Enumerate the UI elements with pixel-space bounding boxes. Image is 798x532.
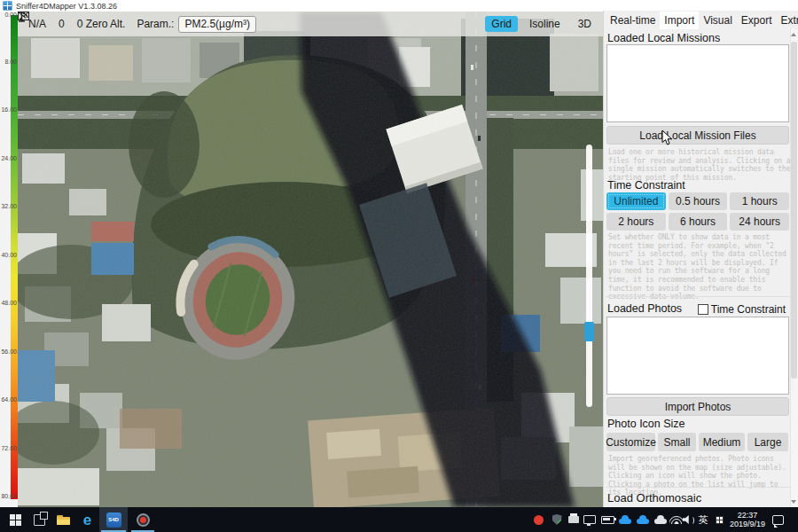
- panel-scrollbar[interactable]: [790, 29, 798, 507]
- time-option-1h[interactable]: 1 hours: [730, 192, 789, 210]
- window-title: Sniffer4DMapper V1.3.08.26: [16, 2, 117, 11]
- edge-button[interactable]: e: [75, 507, 99, 532]
- cloud-sync-icon: [619, 515, 632, 524]
- map-zoom-slider-handle[interactable]: [584, 322, 594, 341]
- taskbar-clock[interactable]: 22:37 2019/9/19: [728, 507, 767, 532]
- record-dot-icon: [534, 515, 544, 525]
- colorbar: 0.00 8.00 16.00 24.00 32.00 40.00 48.00 …: [0, 12, 18, 507]
- time-option-05h[interactable]: 0.5 hours: [669, 192, 728, 210]
- colorbar-tick: 48.00: [0, 300, 17, 307]
- colorbar-tick: 0.00: [0, 12, 17, 19]
- tab-import[interactable]: Import: [660, 12, 699, 29]
- tray-display[interactable]: [581, 507, 598, 532]
- security-shield-icon: ✓: [552, 514, 562, 525]
- tray-cloud-1[interactable]: [616, 507, 635, 532]
- photo-icon-size-heading: Photo Icon Size: [607, 418, 685, 430]
- screen-recorder-button[interactable]: [129, 507, 156, 532]
- loaded-missions-list[interactable]: [606, 44, 789, 122]
- time-option-24h[interactable]: 24 hours: [730, 213, 789, 231]
- ime-icon: [714, 514, 725, 526]
- side-panel: Real-time Import Visual Export Extras Lo…: [603, 11, 798, 507]
- action-center-icon: [772, 515, 784, 525]
- time-constraint-heading: Time Constraint: [607, 179, 685, 192]
- size-small-button[interactable]: Small: [658, 433, 696, 451]
- time-constraint-checkbox-label: Time Constraint: [711, 303, 786, 316]
- load-mission-files-button[interactable]: Load Local Mission Files: [606, 126, 789, 145]
- file-explorer-button[interactable]: [51, 507, 75, 532]
- colorbar-tick: 24.00: [0, 155, 17, 162]
- message-count: 0: [59, 18, 65, 30]
- datalink-status: N/A: [28, 18, 46, 30]
- tray-battery[interactable]: [598, 507, 617, 532]
- time-constraint-options: Unlimited 0.5 hours 1 hours 2 hours 6 ho…: [606, 192, 789, 231]
- sniffer4d-taskbar-button[interactable]: S4D: [99, 507, 128, 532]
- time-constraint-checkbox[interactable]: [698, 304, 708, 315]
- tab-export[interactable]: Export: [737, 12, 777, 29]
- start-button[interactable]: [4, 507, 27, 532]
- colorbar-tick: 64.00: [0, 396, 17, 403]
- tab-visual[interactable]: Visual: [699, 12, 736, 29]
- panel-tabs: Real-time Import Visual Export Extras: [604, 11, 798, 29]
- windows-logo-icon: [10, 514, 21, 526]
- screen-recorder-icon: [137, 513, 150, 527]
- colorbar-tick: 40.00: [0, 252, 17, 259]
- size-large-button[interactable]: Large: [747, 433, 788, 451]
- colorbar-tick: 56.00: [0, 348, 17, 356]
- missions-help-text: Load one or more historical mission data…: [608, 148, 791, 182]
- colorbar-tick: 8.00: [0, 59, 17, 66]
- display-icon: [583, 515, 596, 524]
- battery-icon: [601, 516, 614, 524]
- loaded-photos-heading: Loaded Photos: [607, 302, 682, 315]
- view-3d-button[interactable]: 3D: [572, 16, 598, 32]
- taskbar: e S4D ✓ 英 22:37 2019/9/1: [0, 507, 798, 532]
- colorbar-tick: 16.00: [0, 106, 17, 113]
- param-label: Param.:: [137, 18, 174, 30]
- screen: Sniffer4DMapper V1.3.08.26 0.00 8.00 16.…: [0, 0, 798, 532]
- photo-icon-size-options: Customize Small Medium Large: [606, 433, 789, 451]
- colorbar-tick: 80.00: [0, 493, 17, 500]
- panel-scrollbar-thumb[interactable]: [791, 42, 797, 379]
- time-option-2h[interactable]: 2 hours: [606, 213, 666, 231]
- divider: [606, 487, 790, 488]
- photos-time-constraint[interactable]: Time Constraint: [698, 303, 786, 316]
- scroll-up-icon[interactable]: [791, 33, 796, 36]
- onedrive-cloud-icon: [654, 515, 668, 524]
- clock-date: 2019/9/19: [730, 520, 765, 529]
- action-center-button[interactable]: [768, 507, 787, 532]
- time-option-unlimited[interactable]: Unlimited: [606, 192, 666, 210]
- map-render: [18, 12, 603, 507]
- map-toolbar: N/A 0 0 Zero Alt. Param.: PM2.5(µg/m³) G…: [18, 12, 603, 36]
- loaded-missions-heading: Loaded Local Missions: [607, 32, 720, 44]
- sniffer4d-icon: S4D: [106, 512, 121, 528]
- view-isoline-button[interactable]: Isoline: [523, 16, 567, 32]
- volume-icon: [683, 515, 694, 524]
- time-option-6h[interactable]: 6 hours: [669, 213, 728, 231]
- scroll-down-icon[interactable]: [791, 500, 796, 504]
- tray-ime[interactable]: [711, 507, 727, 532]
- time-constraint-help-text: Set whether ONLY to show data in a most …: [608, 233, 791, 301]
- load-orthomosaic-heading: Load Orthomosaic: [607, 491, 701, 505]
- map-zoom-slider-track[interactable]: [586, 145, 592, 407]
- edge-icon: e: [83, 512, 91, 528]
- tray-cloud-2[interactable]: [634, 507, 653, 532]
- import-photos-button[interactable]: Import Photos: [606, 397, 789, 416]
- task-view-icon: [34, 514, 45, 526]
- printer-icon: [568, 516, 579, 523]
- file-explorer-icon: [57, 515, 70, 525]
- size-customize-button[interactable]: Customize: [606, 433, 655, 451]
- tab-real-time[interactable]: Real-time: [606, 12, 660, 29]
- satellite-map[interactable]: N/A 0 0 Zero Alt. Param.: PM2.5(µg/m³) G…: [18, 12, 603, 507]
- tray-security[interactable]: ✓: [548, 507, 566, 532]
- tab-extras[interactable]: Extras: [777, 12, 798, 29]
- loaded-photos-list[interactable]: [606, 317, 789, 395]
- app-icon: [3, 1, 12, 11]
- size-medium-button[interactable]: Medium: [699, 433, 745, 451]
- view-grid-button[interactable]: Grid: [485, 16, 518, 32]
- divider: [606, 296, 790, 297]
- tray-record-dot[interactable]: [529, 507, 547, 532]
- tray-language[interactable]: 英: [695, 507, 711, 532]
- param-selector[interactable]: PM2.5(µg/m³): [178, 16, 256, 33]
- mouse-cursor: [661, 129, 673, 150]
- tray-printer[interactable]: [565, 507, 583, 532]
- task-view-button[interactable]: [27, 507, 51, 532]
